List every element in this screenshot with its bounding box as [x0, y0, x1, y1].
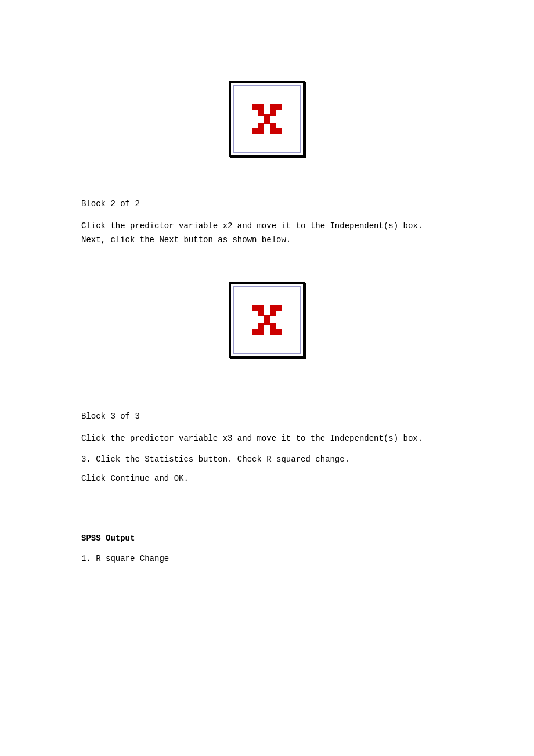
svg-rect-8: [270, 123, 276, 128]
svg-rect-19: [264, 315, 270, 325]
block2-label-text: Block 2 of 2: [81, 199, 140, 208]
block3-label-text: Block 3 of 3: [81, 412, 140, 421]
image-block-2: [81, 282, 453, 358]
svg-rect-5: [270, 110, 276, 116]
svg-rect-22: [252, 329, 258, 335]
block3-step-3: 3. Click the Statistics button. Check R …: [81, 453, 453, 466]
spacer-before-output: [81, 497, 453, 532]
block2-label: Block 2 of 2: [81, 197, 453, 210]
x-icon-2: [250, 303, 284, 337]
block2-section: Block 2 of 2 Click the predictor variabl…: [81, 197, 453, 247]
svg-rect-4: [258, 110, 264, 116]
svg-rect-1: [258, 104, 264, 110]
svg-rect-3: [276, 104, 282, 110]
svg-rect-10: [258, 128, 264, 134]
svg-rect-20: [258, 323, 264, 329]
svg-rect-15: [270, 305, 276, 311]
block3-label: Block 3 of 3: [81, 410, 453, 423]
svg-rect-16: [276, 305, 282, 311]
svg-rect-17: [258, 311, 264, 316]
r-square-change-label: 1. R square Change: [81, 554, 169, 563]
svg-rect-11: [270, 128, 276, 134]
svg-rect-2: [270, 104, 276, 110]
svg-rect-21: [270, 323, 276, 329]
svg-rect-14: [258, 305, 264, 311]
block3-instruction-1: Click the predictor variable x3 and move…: [81, 432, 453, 446]
spss-output-heading: SPSS Output: [81, 532, 453, 545]
block2-instruction-1: Click the predictor variable x2 and move…: [81, 219, 453, 247]
block3-continue-ok: Click Continue and OK.: [81, 472, 453, 486]
svg-rect-0: [252, 104, 258, 110]
spacer-mid1: [81, 259, 453, 282]
x-icon-1: [250, 102, 284, 136]
svg-rect-24: [270, 329, 276, 335]
svg-rect-23: [258, 329, 264, 335]
spacer-after-image1: [81, 186, 453, 197]
spss-dialog-screenshot-1: [229, 81, 305, 157]
page-container: Block 2 of 2 Click the predictor variabl…: [0, 0, 534, 756]
spss-dialog-screenshot-2: [229, 282, 305, 358]
spacer-after-image2: [81, 387, 453, 410]
image-block-1: [81, 81, 453, 157]
svg-rect-25: [276, 329, 282, 335]
block3-section: Block 3 of 3 Click the predictor variabl…: [81, 410, 453, 485]
svg-rect-6: [264, 114, 270, 124]
svg-rect-12: [276, 128, 282, 134]
svg-rect-13: [252, 305, 258, 311]
svg-rect-9: [252, 128, 258, 134]
svg-rect-18: [270, 311, 276, 316]
svg-rect-7: [258, 123, 264, 128]
spss-output-section: SPSS Output 1. R square Change: [81, 532, 453, 565]
spss-output-item-1: 1. R square Change: [81, 552, 453, 565]
